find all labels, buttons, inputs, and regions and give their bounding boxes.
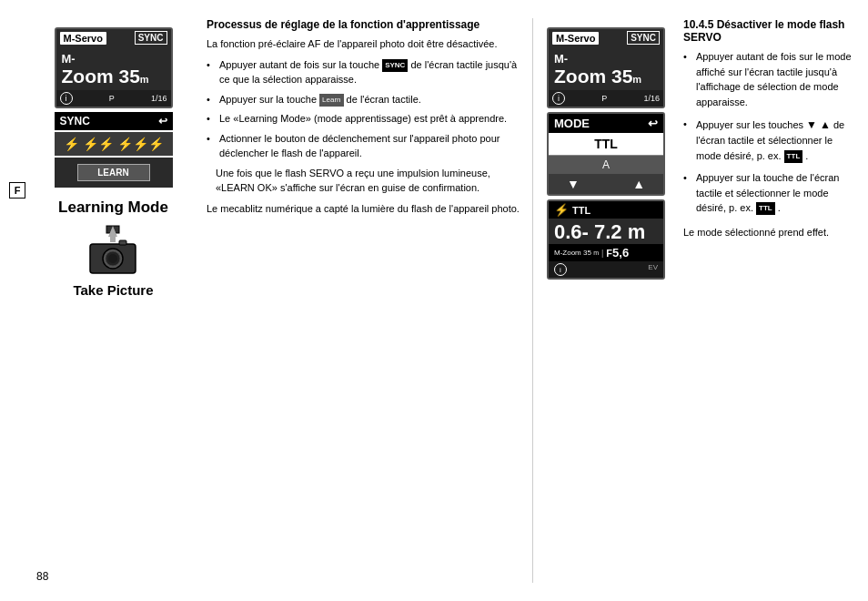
mode-bar: MODE ↩ [549,114,663,133]
sidebar-letter: F [9,18,29,583]
right-text-content: 10.4.5 Désactiver le mode flash SERVO • … [674,18,859,583]
zoom-label-left: M- [62,52,76,66]
right-bullet-2: • Appuyer sur les touches ▼ ▲ de l'écran… [683,117,859,163]
flash-icon-3: ⚡⚡⚡ [117,137,164,151]
sync-bar-left: SYNC ↩ [55,112,173,130]
learn-btn-container: LEARN [55,158,173,188]
right-half: M-Servo SYNC M- Zoom 35m i P [538,18,859,583]
sync-text-left: SYNC [60,115,90,127]
right-zoom-label: M- [554,52,568,66]
mode-ttl: TTL [549,133,663,156]
ttl-badge-2: TTL [756,202,775,215]
camera-icon [81,224,145,279]
right-bullet-3: • Appuyer sur la touche de l'écran tacti… [683,170,859,216]
right-bullet-1: • Appuyer autant de fois sur le mode aff… [683,49,859,109]
right-devices-panel: M-Servo SYNC M- Zoom 35m i P [538,18,674,583]
left-bullet-3c: Une fois que le flash SERVO a reçu une i… [216,166,528,196]
sync-label-top: SYNC [135,31,167,45]
bullet-3b-text: Actionner le bouton de déclenchement sur… [219,131,528,161]
right-zoom-value: Zoom 35m [554,66,658,87]
left-section-title: Processus de réglage de la fonction d'ap… [207,18,528,31]
ttl-header: ⚡ TTL [549,201,663,219]
sidebar-letter-label: F [9,182,25,199]
device-mservo-top: M-Servo SYNC M- Zoom 35m i P 1/16 [55,27,173,108]
right-bullet-1-text: Appuyer autant de fois sur le mode affic… [696,49,859,109]
ttl-zoom-small: M-Zoom 35 m [554,249,599,257]
right-mservo-bar: M-Servo SYNC [549,29,663,46]
left-footer-text: Le mecablitz numérique a capté la lumièr… [207,201,528,217]
sync-badge-inline: SYNC [382,59,408,72]
mode-label: MODE [554,117,590,130]
learn-badge-inline: Learn [319,94,343,107]
svg-rect-6 [119,240,126,245]
bullet-3a-text: Le «Learning Mode» (mode apprentissage) … [219,111,507,127]
learn-button[interactable]: LEARN [77,164,150,181]
right-fraction: 1/16 [643,94,660,103]
flash-icons-row: ⚡ ⚡⚡ ⚡⚡⚡ [55,132,173,156]
right-p-label: P [601,94,607,103]
right-info-icon: i [552,92,565,105]
ttl-bottom-bar: M-Zoom 35 m | F5,6 [549,244,663,261]
mode-arrow: ↩ [648,117,658,130]
left-bullet-1: • Appuyer autant de fois sur la touche S… [207,57,528,87]
learning-mode-label: Learning Mode [58,199,168,217]
sync-arrow-left: ↩ [158,115,167,127]
right-device-mservo: M-Servo SYNC M- Zoom 35m i P [547,27,665,108]
mode-panel: MODE ↩ TTL A ▼ ▲ [547,112,665,196]
ttl-fstop: F5,6 [606,246,629,260]
right-footer-text: Le mode sélectionné prend effet. [683,225,859,240]
ttl-label: TTL [572,205,590,216]
info-icon-left: i [60,92,73,105]
left-bullet-3b: • Actionner le bouton de déclenchement s… [207,131,528,161]
mode-up-arrow: ▲ [632,177,645,191]
ttl-info-icon: i [554,263,567,276]
mode-down-arrow: ▼ [567,177,580,191]
page-number: 88 [36,570,48,583]
left-text-content: Processus de réglage de la fonction d'ap… [197,18,528,583]
left-bullet-2: • Appuyer sur la touche Learn de l'écran… [207,92,528,107]
ttl-info-bar: i EV [549,261,663,278]
right-section-title: 10.4.5 Désactiver le mode flash SERVO [683,18,859,44]
left-device-panel: M-Servo SYNC M- Zoom 35m i P 1/16 [29,18,197,583]
ttl-badge-1: TTL [784,150,803,163]
mode-arrows: ▼ ▲ [549,174,663,194]
right-mservo-label: M-Servo [552,32,599,45]
left-bullet-3a: • Le «Learning Mode» (mode apprentissage… [207,111,528,127]
flash-icon-2: ⚡⚡ [83,137,114,151]
right-sync-label: SYNC [627,31,660,45]
zoom-value-left: Zoom 35m [62,66,166,87]
mservo-label: M-Servo [60,32,106,45]
ttl-panel: ⚡ TTL 0.6- 7.2 m M-Zoom 35 m | F5,6 i EV [547,199,665,280]
up-icon-text: ▲ [820,118,831,131]
ttl-flash-sym: ⚡ [554,203,569,217]
ttl-ev-label: EV [648,263,658,276]
take-picture-label: Take Picture [73,282,153,298]
p-label-left: P [109,94,115,103]
fraction-left: 1/16 [151,94,167,103]
left-intro-text: La fonction pré-éclaire AF de l'appareil… [207,36,528,52]
flash-icon-1: ⚡ [64,137,79,151]
vertical-divider [532,18,533,583]
camera-area: Take Picture [73,224,153,298]
mservo-bar: M-Servo SYNC [56,29,171,46]
mode-a: A [549,156,663,174]
down-icon-text: ▼ [806,118,817,131]
ttl-range: 0.6- 7.2 m [549,219,663,244]
svg-point-5 [108,254,117,263]
